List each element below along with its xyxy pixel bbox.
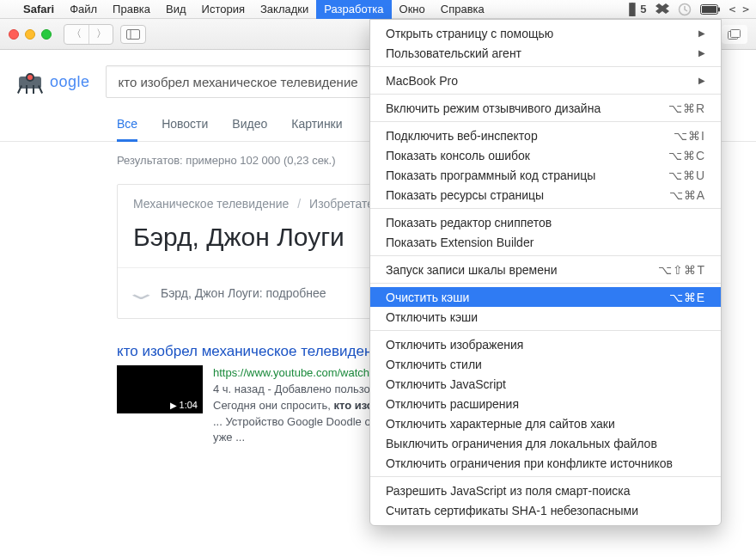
menu-item[interactable]: Отключить расширения bbox=[370, 394, 721, 413]
menu-item[interactable]: Отключить кэши bbox=[370, 307, 721, 327]
menubar-status-area: ▐▌5 < > bbox=[625, 3, 749, 16]
tab-video[interactable]: Видео bbox=[232, 117, 267, 142]
menu-item[interactable]: Считать сертификаты SHA-1 небезопасными bbox=[370, 500, 721, 520]
window-close-button[interactable] bbox=[9, 29, 19, 40]
video-duration: 1:04 bbox=[180, 400, 198, 410]
menu-item[interactable]: Отключить стили bbox=[370, 354, 721, 374]
dropbox-icon[interactable] bbox=[655, 3, 669, 15]
tabs-overview-button[interactable] bbox=[722, 25, 747, 44]
window-controls bbox=[9, 29, 52, 40]
menu-edit[interactable]: Правка bbox=[105, 0, 158, 19]
menu-shortcut: ⌥⌘C bbox=[668, 149, 705, 162]
nav-forward-button[interactable]: 〉 bbox=[88, 25, 113, 44]
nav-back-forward: 〈 〉 bbox=[64, 24, 113, 45]
menu-item[interactable]: Отключить JavaScript bbox=[370, 374, 721, 394]
menu-item[interactable]: Включить режим отзывчивого дизайна⌥⌘R bbox=[370, 98, 721, 118]
tab-news[interactable]: Новости bbox=[162, 117, 208, 142]
menu-help[interactable]: Справка bbox=[433, 0, 492, 19]
menu-item[interactable]: Показать программный код страницы⌥⌘U bbox=[370, 165, 721, 185]
menu-file[interactable]: Файл bbox=[62, 0, 105, 19]
menu-item[interactable]: Отключить характерные для сайтов хаки bbox=[370, 413, 721, 433]
nav-back-button[interactable]: 〈 bbox=[64, 25, 88, 44]
doodle-camera-icon bbox=[15, 70, 45, 94]
menu-window[interactable]: Окно bbox=[392, 0, 433, 19]
play-icon: ▶ bbox=[170, 401, 177, 410]
window-zoom-button[interactable] bbox=[41, 29, 52, 40]
menu-shortcut: ⌥⌘A bbox=[669, 188, 705, 202]
chevron-down-icon: ⌄ bbox=[124, 282, 158, 304]
menu-shortcut: ⌥⌘E bbox=[669, 291, 705, 304]
menu-app[interactable]: Safari bbox=[15, 0, 62, 19]
adobe-status-icon[interactable]: ▐▌5 bbox=[625, 3, 647, 15]
tab-all[interactable]: Все bbox=[117, 117, 137, 142]
menu-item[interactable]: Очистить кэши⌥⌘E bbox=[370, 287, 721, 307]
svg-rect-7 bbox=[731, 29, 741, 37]
menu-item[interactable]: Выключить ограничения для локальных файл… bbox=[370, 433, 721, 453]
menu-bookmarks[interactable]: Закладки bbox=[253, 0, 316, 19]
code-icon[interactable]: < > bbox=[729, 3, 749, 15]
sidebar-toggle-button[interactable] bbox=[120, 25, 146, 44]
menu-item[interactable]: MacBook Pro▶ bbox=[370, 70, 721, 90]
menu-history[interactable]: История bbox=[194, 0, 253, 19]
logo-text: oogle bbox=[50, 73, 90, 91]
time-machine-icon[interactable] bbox=[678, 3, 692, 16]
breadcrumb-item[interactable]: Механическое телевидение bbox=[133, 197, 289, 211]
menu-shortcut: ⌥⇧⌘T bbox=[658, 263, 705, 277]
develop-menu-dropdown: Открыть страницу с помощью▶Пользовательс… bbox=[369, 19, 722, 526]
video-thumbnail[interactable]: ▶1:04 bbox=[117, 365, 203, 413]
svg-rect-3 bbox=[718, 7, 720, 11]
menu-item[interactable]: Показать консоль ошибок⌥⌘C bbox=[370, 145, 721, 165]
result-title-link[interactable]: кто изобрел механическое телевидение bbox=[117, 343, 388, 359]
svg-rect-4 bbox=[127, 29, 140, 39]
tab-images[interactable]: Картинки bbox=[291, 117, 342, 142]
menu-item[interactable]: Показать редактор сниппетов bbox=[370, 212, 721, 232]
menu-item[interactable]: Пользовательский агент▶ bbox=[370, 43, 721, 63]
svg-rect-2 bbox=[702, 6, 716, 13]
menu-item[interactable]: Подключить веб-инспектор⌥⌘I bbox=[370, 125, 721, 145]
menu-shortcut: ⌥⌘U bbox=[668, 168, 705, 182]
menu-develop[interactable]: Разработка bbox=[316, 0, 391, 19]
menu-item[interactable]: Показать Extension Builder bbox=[370, 232, 721, 252]
menu-item[interactable]: Разрешить JavaScript из поля смарт-поиск… bbox=[370, 480, 721, 500]
google-doodle-logo[interactable]: oogle bbox=[15, 70, 90, 94]
menu-item[interactable]: Показать ресурсы страницы⌥⌘A bbox=[370, 185, 721, 205]
window-minimize-button[interactable] bbox=[25, 29, 35, 40]
submenu-arrow-icon: ▶ bbox=[698, 76, 705, 85]
menu-item[interactable]: Открыть страницу с помощью▶ bbox=[370, 23, 721, 43]
menu-shortcut: ⌥⌘R bbox=[668, 101, 705, 115]
mac-menubar: Safari Файл Правка Вид История Закладки … bbox=[0, 0, 756, 19]
menu-item[interactable]: Запуск записи шкалы времени⌥⇧⌘T bbox=[370, 260, 721, 279]
battery-icon[interactable] bbox=[700, 4, 721, 15]
menu-item[interactable]: Отключить ограничения при конфликте исто… bbox=[370, 453, 721, 473]
submenu-arrow-icon: ▶ bbox=[698, 28, 705, 38]
menu-shortcut: ⌥⌘I bbox=[674, 129, 705, 143]
card-expand-label: Бэрд, Джон Лоуги: подробнее bbox=[161, 286, 326, 300]
menu-view[interactable]: Вид bbox=[158, 0, 194, 19]
submenu-arrow-icon: ▶ bbox=[698, 48, 705, 58]
breadcrumb-sep: / bbox=[292, 197, 306, 211]
menu-item[interactable]: Отключить изображения bbox=[370, 334, 721, 354]
